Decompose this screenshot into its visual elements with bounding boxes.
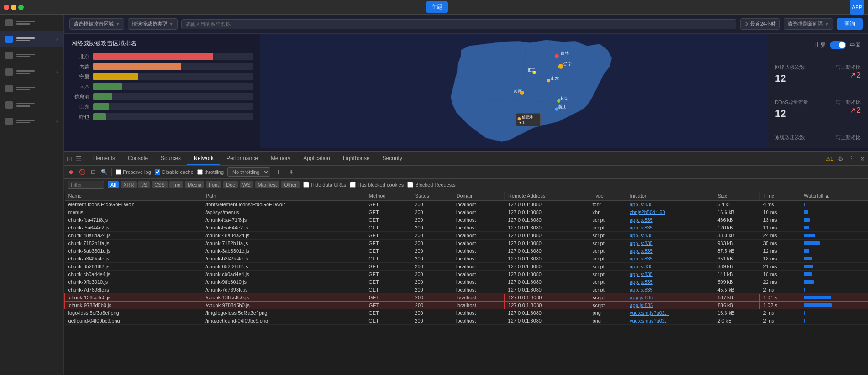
tab-memory[interactable]: Memory [264,152,297,165]
col-initiator-header[interactable]: Initiator [626,191,714,201]
settings-icon[interactable]: ⚙ [837,155,844,162]
upload-icon[interactable]: ⬆ [274,167,283,177]
tab-application[interactable]: Application [297,152,337,165]
preserve-log-checkbox[interactable]: Preserve log [116,169,151,175]
filter-js[interactable]: JS [138,181,150,188]
col-path-header[interactable]: Path [202,191,365,201]
filter-css[interactable]: CSS [152,181,168,188]
table-row[interactable]: getfound-04f09bc9.png /img/getfound-04f0… [65,317,868,325]
initiator-link[interactable]: xhr.js?b50d:160 [630,209,665,215]
blocked-cookies-check[interactable]: Has blocked cookies [350,182,404,188]
col-domain-header[interactable]: Domain [452,191,505,201]
initiator-link[interactable]: app.js:835 [630,264,653,269]
query-button[interactable]: 查询 [837,18,863,30]
sidebar-item-6[interactable] [0,97,63,113]
filter-img[interactable]: Img [169,181,183,188]
initiator-link[interactable]: app.js:835 [630,256,653,261]
initiator-link[interactable]: app.js:835 [630,202,653,207]
table-row[interactable]: chunk-9788d5b0.js /chunk-9788d5b0.js GET… [65,302,868,309]
filter-input[interactable] [68,181,104,189]
tab-network[interactable]: Network [187,152,220,165]
tab-sources[interactable]: Sources [154,152,187,165]
map-toggle[interactable] [830,41,846,49]
blocked-requests-check[interactable]: Blocked Requests [407,182,456,188]
table-row[interactable]: element-icons:EtdoGoELWoir /fonts/elemen… [65,201,868,208]
col-waterfall-header[interactable]: Waterfall ▲ [800,191,868,201]
attack-region-select[interactable]: 请选择被攻击区域 ▼ [69,18,124,30]
sidebar-item-awareness[interactable]: › [0,31,63,47]
active-tab[interactable]: 主题 [426,1,448,13]
initiator-link[interactable]: app.js:835 [630,217,653,223]
col-status-header[interactable]: Status [411,191,452,201]
sidebar-item-7[interactable]: › [0,113,63,130]
maximize-button[interactable] [18,5,24,10]
filter-media[interactable]: Media [185,181,204,188]
disable-cache-checkbox[interactable]: Disable cache [155,169,194,175]
initiator-link[interactable]: app.js:835 [630,233,653,238]
table-row[interactable]: menus /api/sys/menus GET 200 localhost 1… [65,208,868,216]
close-icon[interactable]: ✕ [859,155,866,162]
download-icon[interactable]: ⬇ [287,167,296,177]
table-row[interactable]: chunk-9ffb3010.js /chunk-9ffb3010.js GET… [65,278,868,286]
threat-type-select[interactable]: 请选择威胁类型 ▼ [128,18,178,30]
col-method-header[interactable]: Method [365,191,411,201]
table-row[interactable]: chunk-b3f49a4e.js /chunk-b3f49a4e.js GET… [65,255,868,263]
filter-manifest[interactable]: Manifest [255,181,280,188]
time-select[interactable]: ⊙ 最近24小时 [740,18,780,30]
table-row[interactable]: chunk-cb0ad4e4.js /chunk-cb0ad4e4.js GET… [65,271,868,278]
system-name-input[interactable] [181,19,736,29]
sidebar-item-detection[interactable]: › [0,64,63,80]
tab-lighthouse[interactable]: Lighthouse [337,152,376,165]
close-button[interactable] [4,5,9,10]
initiator-link[interactable]: app.js:835 [630,287,653,292]
table-row[interactable]: chunk-7d7698fc.js /chunk-7d7698fc.js GET… [65,286,868,294]
col-type-header[interactable]: Type [589,191,626,201]
table-row[interactable]: chunk-fba471f8.js /chunk-fba471f8.js GET… [65,216,868,224]
table-row[interactable]: logo-idss.5ef3a3ef.png /img/logo-idss.5e… [65,309,868,317]
record-button[interactable]: ⏺ [68,168,75,176]
table-row[interactable]: chunk-f5a644e2.js /chunk-f5a644e2.js GET… [65,224,868,232]
tab-elements[interactable]: Elements [86,152,121,165]
clear-button[interactable]: 🚫 [79,168,86,176]
initiator-link[interactable]: app.js:835 [630,302,653,308]
refresh-interval-select[interactable]: 请选择刷新间隔 ▼ [784,18,833,30]
col-size-header[interactable]: Size [714,191,759,201]
filter-other[interactable]: Other [281,181,300,188]
filter-all[interactable]: All [108,181,119,188]
inspect-icon[interactable]: ⊡ [66,155,73,162]
minimize-button[interactable] [11,5,16,10]
filter-ws[interactable]: WS [240,181,253,188]
filter-xhr[interactable]: XHR [121,181,137,188]
filter-font[interactable]: Font [206,181,221,188]
search-icon[interactable]: 🔍 [100,168,108,176]
tab-security[interactable]: Security [376,152,409,165]
col-time-header[interactable]: Time [759,191,800,201]
throttling-checkbox[interactable]: throttling [197,169,224,175]
initiator-link[interactable]: app.js:835 [630,295,653,300]
initiator-link[interactable]: vue.esm.js?a02... [630,310,669,316]
filter-icon[interactable]: ⊟ [89,168,97,176]
initiator-link[interactable]: app.js:835 [630,279,653,285]
sidebar-item-overview[interactable] [0,15,63,31]
tab-performance[interactable]: Performance [220,152,264,165]
table-row[interactable]: chunk-3ab3301c.js /chunk-3ab3301c.js GET… [65,247,868,255]
initiator-link[interactable]: app.js:835 [630,240,653,246]
col-remote-header[interactable]: Remote Address [505,191,589,201]
sidebar-item-threat[interactable] [0,47,63,64]
sidebar-item-5[interactable] [0,80,63,97]
tab-console[interactable]: Console [121,152,154,165]
device-icon[interactable]: ☰ [75,155,82,162]
throttle-select[interactable]: No throttling [227,167,270,177]
table-row[interactable]: chunk-652f2882.js /chunk-652f2882.js GET… [65,263,868,271]
hide-data-urls-check[interactable]: Hide data URLs [303,182,347,188]
table-row[interactable]: chunk-7182b1fa.js /chunk-7182b1fa.js GET… [65,240,868,247]
initiator-link[interactable]: vue.esm.js?a02... [630,318,669,323]
more-icon[interactable]: ⋮ [848,155,855,162]
initiator-link[interactable]: app.js:835 [630,225,653,230]
table-row[interactable]: chunk-48a84a24.js /chunk-48a84a24.js GET… [65,232,868,240]
initiator-link[interactable]: app.js:835 [630,248,653,254]
table-row[interactable]: chunk-136cc8c0.js /chunk-136cc8c0.js GET… [65,294,868,302]
col-name-header[interactable]: Name [65,191,202,201]
filter-doc[interactable]: Doc [223,181,238,188]
initiator-link[interactable]: app.js:835 [630,271,653,277]
